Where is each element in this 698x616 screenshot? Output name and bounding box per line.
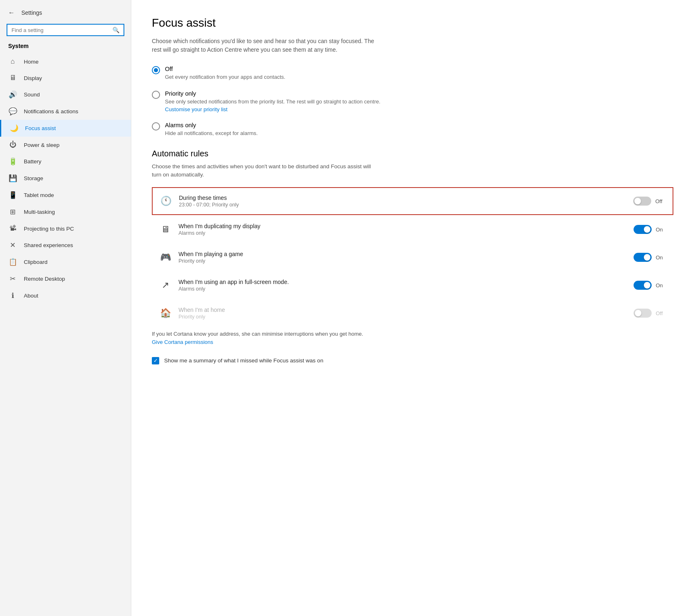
toggle-label-duplicating-display: On <box>656 227 666 233</box>
nav-label-projecting: Projecting to this PC <box>24 226 74 232</box>
nav-icon-battery: 🔋 <box>8 157 17 166</box>
radio-option-off[interactable]: Off Get every notification from your app… <box>152 66 673 81</box>
radio-circle-off[interactable] <box>152 66 160 74</box>
sidebar-item-clipboard[interactable]: 📋 Clipboard <box>0 254 131 270</box>
summary-label: Show me a summary of what I missed while… <box>164 357 323 364</box>
nav-icon-power-sleep: ⏻ <box>8 141 17 149</box>
rule-icon-during-times: 🕚 <box>160 196 172 206</box>
sidebar-item-projecting[interactable]: 📽 Projecting to this PC <box>0 220 131 237</box>
nav-icon-projecting: 📽 <box>8 224 17 233</box>
sidebar-item-notifications[interactable]: 💬 Notifications & actions <box>0 103 131 120</box>
radio-sub-priority-only: See only selected notifications from the… <box>165 98 380 106</box>
sidebar-item-storage[interactable]: 💾 Storage <box>0 170 131 187</box>
radio-circle-priority-only[interactable] <box>152 91 160 99</box>
rule-icon-fullscreen: ↗ <box>160 280 171 291</box>
sidebar-item-battery[interactable]: 🔋 Battery <box>0 153 131 170</box>
toggle-label-at-home: Off <box>656 310 666 316</box>
main-content: Focus assist Choose which notifications … <box>131 0 698 616</box>
rule-title-duplicating-display: When I'm duplicating my display <box>179 223 626 229</box>
toggle-fullscreen[interactable] <box>634 281 652 290</box>
summary-checkbox[interactable]: ✓ <box>152 357 159 364</box>
sidebar: ← Settings 🔍 System ⌂ Home 🖥 Display 🔊 S… <box>0 0 131 616</box>
sidebar-header: ← Settings <box>0 3 131 21</box>
nav-icon-shared: ✕ <box>8 241 17 250</box>
rule-card-playing-game[interactable]: 🎮 When I'm playing a game Priority only … <box>152 244 673 271</box>
rule-card-at-home[interactable]: 🏠 When I'm at home Priority only Off <box>152 300 673 327</box>
radio-option-alarms-only[interactable]: Alarms only Hide all notifications, exce… <box>152 122 673 137</box>
sidebar-item-power-sleep[interactable]: ⏻ Power & sleep <box>0 137 131 153</box>
nav-label-remote-desktop: Remote Desktop <box>24 276 65 282</box>
nav-icon-focus-assist: 🌙 <box>9 124 18 133</box>
toggle-playing-game[interactable] <box>634 253 652 262</box>
toggle-during-times[interactable] <box>633 197 651 206</box>
toggle-wrap-fullscreen: On <box>634 281 666 290</box>
rule-sub-fullscreen: Alarms only <box>179 286 626 292</box>
sidebar-item-tablet-mode[interactable]: 📱 Tablet mode <box>0 187 131 204</box>
toggle-duplicating-display[interactable] <box>634 225 652 234</box>
nav-icon-multitasking: ⊞ <box>8 208 17 216</box>
nav-label-sound: Sound <box>24 92 40 98</box>
rule-sub-during-times: 23:00 - 07:00; Priority only <box>179 202 626 208</box>
system-label: System <box>0 41 131 53</box>
rule-sub-duplicating-display: Alarms only <box>179 230 626 236</box>
rule-title-fullscreen: When I'm using an app in full-screen mod… <box>179 279 626 285</box>
auto-rules-heading: Automatic rules <box>152 149 673 158</box>
toggle-label-during-times: Off <box>655 198 665 204</box>
toggle-label-fullscreen: On <box>656 282 666 289</box>
radio-sub-alarms-only: Hide all notifications, except for alarm… <box>165 129 258 137</box>
nav-icon-display: 🖥 <box>8 74 17 82</box>
back-button[interactable]: ← <box>7 7 16 18</box>
toggle-knob-duplicating-display <box>644 226 650 233</box>
rule-icon-duplicating-display: 🖥 <box>160 224 171 235</box>
rule-icon-at-home: 🏠 <box>160 308 171 318</box>
checkmark-icon: ✓ <box>153 357 158 364</box>
rule-title-at-home: When I'm at home <box>179 307 626 313</box>
nav-icon-notifications: 💬 <box>8 107 17 116</box>
search-input[interactable] <box>11 27 112 33</box>
sidebar-item-home[interactable]: ⌂ Home <box>0 53 131 70</box>
radio-label-priority-only: Priority only <box>165 90 380 97</box>
search-icon: 🔍 <box>112 27 119 33</box>
sidebar-item-about[interactable]: ℹ About <box>0 287 131 304</box>
nav-icon-clipboard: 📋 <box>8 258 17 266</box>
sidebar-item-focus-assist[interactable]: 🌙 Focus assist <box>0 120 131 137</box>
nav-label-storage: Storage <box>24 175 43 181</box>
sidebar-item-sound[interactable]: 🔊 Sound <box>0 86 131 103</box>
page-title: Focus assist <box>152 16 673 30</box>
nav-label-tablet-mode: Tablet mode <box>24 192 54 198</box>
radio-option-priority-only[interactable]: Priority only See only selected notifica… <box>152 90 673 113</box>
rule-icon-playing-game: 🎮 <box>160 252 171 263</box>
search-box[interactable]: 🔍 <box>7 24 124 36</box>
nav-label-battery: Battery <box>24 158 41 165</box>
nav-label-about: About <box>24 293 38 299</box>
toggle-at-home <box>634 309 652 318</box>
toggle-label-playing-game: On <box>656 254 666 261</box>
sidebar-item-display[interactable]: 🖥 Display <box>0 70 131 86</box>
radio-circle-alarms-only[interactable] <box>152 122 160 131</box>
sidebar-item-shared[interactable]: ✕ Shared experiences <box>0 237 131 254</box>
radio-group: Off Get every notification from your app… <box>152 66 673 137</box>
radio-text-alarms-only: Alarms only Hide all notifications, exce… <box>165 122 258 137</box>
nav-label-shared: Shared experiences <box>24 242 73 248</box>
toggle-wrap-duplicating-display: On <box>634 225 666 234</box>
home-note: If you let Cortana know your address, sh… <box>152 330 365 338</box>
cortana-permissions-link[interactable]: Give Cortana permissions <box>152 339 213 345</box>
sidebar-item-multitasking[interactable]: ⊞ Multi-tasking <box>0 204 131 220</box>
sidebar-item-remote-desktop[interactable]: ✂ Remote Desktop <box>0 270 131 287</box>
nav-icon-remote-desktop: ✂ <box>8 275 17 283</box>
toggle-knob-at-home <box>635 310 641 316</box>
radio-label-alarms-only: Alarms only <box>165 122 258 128</box>
rule-card-during-times[interactable]: 🕚 During these times 23:00 - 07:00; Prio… <box>152 187 673 215</box>
nav-label-display: Display <box>24 75 42 81</box>
page-description: Choose which notifications you'd like to… <box>152 37 382 54</box>
nav-label-focus-assist: Focus assist <box>25 125 56 131</box>
priority-link[interactable]: Customise your priority list <box>165 106 227 112</box>
toggle-wrap-playing-game: On <box>634 253 666 262</box>
rule-cards: 🕚 During these times 23:00 - 07:00; Prio… <box>152 187 673 327</box>
rule-card-fullscreen[interactable]: ↗ When I'm using an app in full-screen m… <box>152 272 673 299</box>
rule-info-at-home: When I'm at home Priority only <box>179 307 626 320</box>
rule-info-during-times: During these times 23:00 - 07:00; Priori… <box>179 195 626 208</box>
nav-icon-storage: 💾 <box>8 174 17 183</box>
rule-card-duplicating-display[interactable]: 🖥 When I'm duplicating my display Alarms… <box>152 216 673 243</box>
rule-info-playing-game: When I'm playing a game Priority only <box>179 251 626 264</box>
